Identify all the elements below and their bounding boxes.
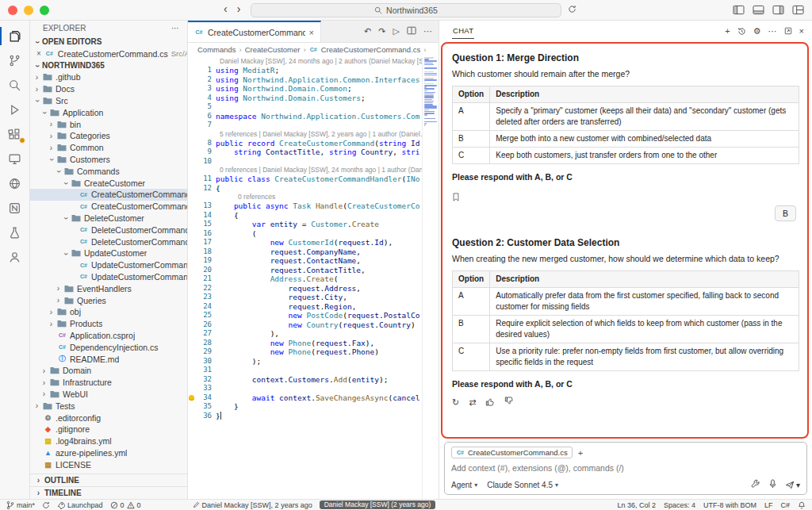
run-debug-icon[interactable] (0, 98, 30, 122)
tree-file-.gitignore[interactable]: ◆.gitignore (30, 424, 187, 435)
maximize-icon[interactable] (784, 27, 792, 35)
tree-file-README.md[interactable]: ⓘREADME.md (30, 353, 187, 365)
breadcrumb-file[interactable]: CreateCustomerCommand.cs (321, 45, 421, 54)
docker-icon[interactable] (0, 171, 30, 196)
close-tab-icon[interactable]: × (309, 28, 314, 37)
toggle-secondary-sidebar-icon[interactable] (772, 5, 784, 15)
project-root-header[interactable]: › NORTHWIND365 (30, 59, 187, 71)
timeline-icon[interactable]: ↷ (378, 26, 385, 36)
tree-folder-Commands[interactable]: ›Commands (30, 165, 187, 177)
more-actions-icon[interactable]: ⋯ (423, 26, 432, 36)
tree-file-.editorconfig[interactable]: ⚙.editorconfig (30, 412, 187, 424)
timeline-section-header[interactable]: › TIMELINE (30, 486, 187, 499)
tree-folder-bin[interactable]: ›bin (30, 118, 187, 130)
extensions-icon[interactable] (0, 122, 30, 147)
retry-icon[interactable]: ↻ (452, 397, 459, 408)
tree-file-DependencyInjection.cs[interactable]: C#DependencyInjection.cs (30, 341, 187, 353)
lightbulb-icon[interactable] (189, 395, 194, 401)
code-editor[interactable]: Daniel Mackay [SSW], 24 months ago | 2 a… (188, 56, 439, 499)
tree-file-UpdateCustomerCommandVali...[interactable]: C#UpdateCustomerCommandVali... (30, 271, 187, 283)
tree-folder-EventHandlers[interactable]: ›EventHandlers (30, 282, 187, 294)
codelens[interactable]: 0 references | Daniel Mackay [SSW], 24 m… (188, 166, 422, 174)
tree-folder-Products[interactable]: ›Products (30, 318, 187, 330)
tree-folder-Domain[interactable]: ›Domain (30, 365, 187, 377)
tree-file-LICENSE[interactable]: ▤LICENSE (30, 458, 187, 470)
encoding[interactable]: UTF-8 with BOM (703, 501, 756, 509)
tree-file-DeleteCustomerCommand.cs[interactable]: C#DeleteCustomerCommand.cs (30, 224, 187, 236)
new-chat-icon[interactable]: + (725, 26, 730, 36)
history-icon[interactable] (737, 27, 746, 36)
tree-folder-Categories[interactable]: ›Categories (30, 130, 187, 142)
branch-item[interactable]: main* (6, 500, 35, 510)
cursor-position[interactable]: Ln 36, Col 2 (617, 501, 656, 509)
tree-folder-CreateCustomer[interactable]: ›CreateCustomer (30, 177, 187, 189)
model-picker-dropdown[interactable]: Claude Sonnet 4.5▾ (487, 481, 558, 489)
problems-item[interactable]: 0 0 (110, 501, 141, 509)
nav-back-icon[interactable]: ‹ (224, 2, 228, 15)
search-icon[interactable] (0, 73, 30, 98)
run-icon[interactable]: ▷ (393, 26, 400, 36)
tree-folder-Src[interactable]: ›Src (30, 95, 187, 107)
minimap[interactable] (422, 57, 439, 499)
thumbs-down-icon[interactable] (504, 397, 514, 408)
tree-file-Application.csproj[interactable]: C#Application.csproj (30, 330, 187, 342)
remote-icon[interactable] (0, 147, 30, 171)
close-editor-icon[interactable]: × (36, 49, 41, 58)
tree-file-UpdateCustomerCommand.cs[interactable]: C#UpdateCustomerCommand.cs (30, 259, 187, 271)
tree-folder-Docs[interactable]: ›Docs (30, 83, 187, 95)
open-editors-header[interactable]: › OPEN EDITORS (30, 36, 187, 48)
breadcrumb-createcustomer[interactable]: CreateCustomer (245, 45, 301, 54)
tree-file-CreateCustomerCommand.cs[interactable]: C#CreateCustomerCommand.cs (30, 189, 187, 201)
outline-section-header[interactable]: › OUTLINE (30, 474, 187, 486)
tree-folder-UpdateCustomer[interactable]: ›UpdateCustomer (30, 247, 187, 259)
tree-folder-DeleteCustomer[interactable]: ›DeleteCustomer (30, 213, 187, 224)
chat-input-placeholder[interactable]: Add context (#), extensions (@), command… (451, 463, 800, 473)
bookmark-icon[interactable] (452, 191, 460, 205)
tree-folder-Common[interactable]: ›Common (30, 142, 187, 154)
tree-folder-.github[interactable]: ›.github (30, 71, 187, 83)
eol[interactable]: LF (764, 501, 773, 509)
command-center-search[interactable]: Northwind365 (251, 3, 561, 17)
tree-folder-Customers[interactable]: ›Customers (30, 154, 187, 166)
close-icon[interactable]: × (799, 26, 804, 36)
codelens[interactable]: 0 references (188, 193, 422, 201)
tree-file-azure-pipelines.yml[interactable]: ▲azure-pipelines.yml (30, 447, 187, 459)
more-actions-icon[interactable]: ⋯ (768, 26, 777, 36)
explorer-more-actions-icon[interactable]: ⋯ (171, 24, 179, 33)
add-context-button[interactable]: + (578, 448, 583, 458)
tree-folder-Infrastructure[interactable]: ›Infrastructure (30, 377, 187, 389)
notifications-bell-icon[interactable] (798, 501, 806, 509)
tree-folder-Queries[interactable]: ›Queries (30, 294, 187, 306)
tree-folder-obj[interactable]: ›obj (30, 306, 187, 318)
accounts-icon[interactable] (0, 245, 30, 270)
source-control-icon[interactable] (0, 48, 30, 73)
blame-annotation[interactable]: Daniel Mackay [SSW] (2 years ago) (320, 500, 436, 509)
split-editor-icon[interactable] (407, 26, 416, 36)
close-window-button[interactable] (8, 6, 17, 15)
breadcrumb-commands[interactable]: Commands (197, 45, 236, 54)
nav-forward-icon[interactable]: › (237, 2, 241, 15)
settings-icon[interactable]: ⚙ (753, 26, 761, 36)
codelens[interactable]: 5 references | Daniel Mackay [SSW], 2 ye… (188, 130, 422, 139)
tree-file-CreateCustomerCommandValid...[interactable]: C#CreateCustomerCommandValid... (30, 201, 187, 213)
tree-folder-Tests[interactable]: ›Tests (30, 400, 187, 412)
indentation[interactable]: Spaces: 4 (664, 501, 695, 509)
language-mode[interactable]: C# (780, 501, 790, 509)
tree-file-.log4brains.yml[interactable]: ▤.log4brains.yml (30, 435, 187, 447)
explorer-icon[interactable] (0, 24, 30, 48)
codelens[interactable]: Daniel Mackay [SSW], 24 months ago | 2 a… (188, 57, 422, 66)
voice-icon[interactable] (768, 479, 777, 490)
sync-changes-icon[interactable] (42, 501, 50, 509)
minimize-window-button[interactable] (24, 6, 33, 15)
tree-folder-Application[interactable]: ›Application (30, 106, 187, 118)
annotate-icon[interactable]: ↶ (364, 26, 371, 36)
tools-icon[interactable] (751, 479, 760, 490)
send-button[interactable]: ▾ (785, 481, 800, 489)
blame-item[interactable]: Daniel Mackay [SSW], 2 years ago (193, 501, 312, 509)
toggle-primary-sidebar-icon[interactable] (733, 5, 745, 15)
launchpad-item[interactable]: Launchpad (57, 501, 103, 509)
agent-mode-dropdown[interactable]: Agent▾ (451, 481, 477, 489)
open-editor-item[interactable]: × C# CreateCustomerCommand.cs Src/Ap... (30, 48, 187, 59)
zoom-window-button[interactable] (40, 6, 49, 15)
tab-chat[interactable]: CHAT (452, 23, 474, 39)
